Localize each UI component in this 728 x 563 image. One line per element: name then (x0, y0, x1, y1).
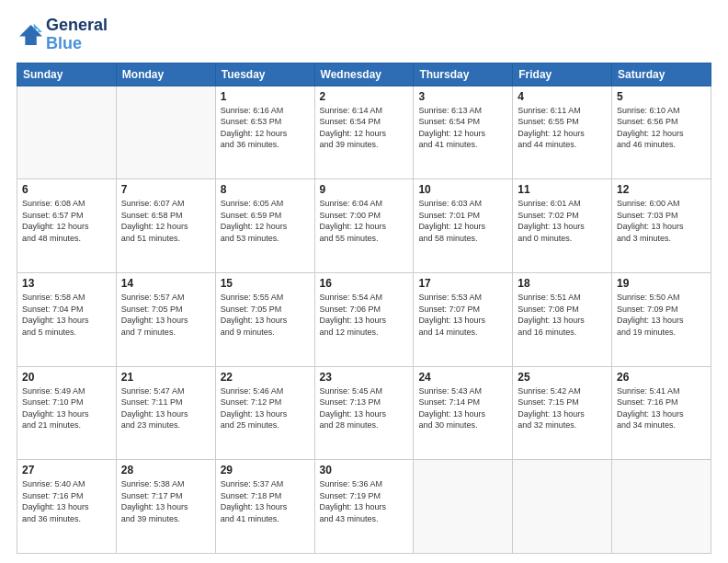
calendar-cell (17, 86, 117, 179)
logo-icon (17, 22, 42, 48)
day-info: Sunrise: 5:55 AM Sunset: 7:05 PM Dayligh… (221, 292, 310, 338)
day-info: Sunrise: 5:57 AM Sunset: 7:05 PM Dayligh… (121, 292, 210, 338)
day-number: 23 (320, 371, 409, 384)
day-number: 13 (22, 277, 111, 290)
day-number: 19 (617, 277, 706, 290)
day-info: Sunrise: 5:51 AM Sunset: 7:08 PM Dayligh… (518, 292, 607, 338)
day-info: Sunrise: 5:37 AM Sunset: 7:18 PM Dayligh… (221, 478, 310, 524)
day-info: Sunrise: 6:08 AM Sunset: 6:57 PM Dayligh… (22, 198, 111, 244)
day-number: 9 (320, 183, 409, 196)
day-info: Sunrise: 6:10 AM Sunset: 6:56 PM Dayligh… (617, 105, 706, 151)
calendar-cell: 9Sunrise: 6:04 AM Sunset: 7:00 PM Daylig… (314, 179, 414, 273)
day-number: 26 (617, 371, 706, 384)
day-info: Sunrise: 5:46 AM Sunset: 7:12 PM Dayligh… (221, 385, 310, 431)
calendar-cell: 26Sunrise: 5:41 AM Sunset: 7:16 PM Dayli… (612, 366, 711, 460)
day-info: Sunrise: 6:14 AM Sunset: 6:54 PM Dayligh… (320, 105, 409, 151)
weekday-header-friday: Friday (513, 63, 612, 86)
day-number: 4 (518, 90, 607, 103)
day-number: 16 (320, 277, 409, 290)
weekday-header-thursday: Thursday (414, 63, 513, 86)
day-info: Sunrise: 5:53 AM Sunset: 7:07 PM Dayligh… (418, 292, 507, 338)
day-info: Sunrise: 6:00 AM Sunset: 7:03 PM Dayligh… (617, 198, 706, 244)
day-info: Sunrise: 6:11 AM Sunset: 6:55 PM Dayligh… (518, 105, 607, 151)
calendar-cell: 6Sunrise: 6:08 AM Sunset: 6:57 PM Daylig… (17, 179, 117, 273)
week-row-2: 6Sunrise: 6:08 AM Sunset: 6:57 PM Daylig… (17, 179, 711, 273)
svg-marker-0 (19, 25, 42, 45)
day-number: 17 (418, 277, 507, 290)
day-info: Sunrise: 5:47 AM Sunset: 7:11 PM Dayligh… (121, 385, 210, 431)
calendar-cell: 21Sunrise: 5:47 AM Sunset: 7:11 PM Dayli… (116, 366, 215, 460)
calendar-cell: 7Sunrise: 6:07 AM Sunset: 6:58 PM Daylig… (116, 179, 215, 273)
calendar-cell: 28Sunrise: 5:38 AM Sunset: 7:17 PM Dayli… (116, 460, 215, 554)
day-info: Sunrise: 5:41 AM Sunset: 7:16 PM Dayligh… (617, 385, 706, 431)
calendar-cell: 24Sunrise: 5:43 AM Sunset: 7:14 PM Dayli… (414, 366, 513, 460)
calendar-cell: 15Sunrise: 5:55 AM Sunset: 7:05 PM Dayli… (215, 272, 314, 366)
day-number: 30 (320, 464, 409, 477)
day-number: 6 (22, 183, 111, 196)
calendar-cell: 13Sunrise: 5:58 AM Sunset: 7:04 PM Dayli… (17, 272, 117, 366)
day-number: 29 (221, 464, 310, 477)
logo: General Blue (17, 17, 108, 53)
calendar-cell: 5Sunrise: 6:10 AM Sunset: 6:56 PM Daylig… (612, 86, 711, 179)
calendar-table: SundayMondayTuesdayWednesdayThursdayFrid… (17, 63, 711, 554)
day-number: 22 (221, 371, 310, 384)
day-info: Sunrise: 5:54 AM Sunset: 7:06 PM Dayligh… (320, 292, 409, 338)
day-info: Sunrise: 6:04 AM Sunset: 7:00 PM Dayligh… (320, 198, 409, 244)
day-number: 18 (518, 277, 607, 290)
weekday-header-sunday: Sunday (17, 63, 117, 86)
day-number: 8 (221, 183, 310, 196)
day-number: 12 (617, 183, 706, 196)
calendar-cell: 12Sunrise: 6:00 AM Sunset: 7:03 PM Dayli… (612, 179, 711, 273)
day-number: 11 (518, 183, 607, 196)
day-info: Sunrise: 6:07 AM Sunset: 6:58 PM Dayligh… (121, 198, 210, 244)
day-info: Sunrise: 6:16 AM Sunset: 6:53 PM Dayligh… (221, 105, 310, 151)
calendar-cell: 8Sunrise: 6:05 AM Sunset: 6:59 PM Daylig… (215, 179, 314, 273)
weekday-header-monday: Monday (116, 63, 215, 86)
calendar-cell: 23Sunrise: 5:45 AM Sunset: 7:13 PM Dayli… (314, 366, 414, 460)
day-number: 21 (121, 371, 210, 384)
calendar-cell: 30Sunrise: 5:36 AM Sunset: 7:19 PM Dayli… (314, 460, 414, 554)
calendar-cell (612, 460, 711, 554)
week-row-4: 20Sunrise: 5:49 AM Sunset: 7:10 PM Dayli… (17, 366, 711, 460)
week-row-5: 27Sunrise: 5:40 AM Sunset: 7:16 PM Dayli… (17, 460, 711, 554)
calendar-cell: 4Sunrise: 6:11 AM Sunset: 6:55 PM Daylig… (513, 86, 612, 179)
weekday-header-row: SundayMondayTuesdayWednesdayThursdayFrid… (17, 63, 711, 86)
week-row-3: 13Sunrise: 5:58 AM Sunset: 7:04 PM Dayli… (17, 272, 711, 366)
day-info: Sunrise: 6:01 AM Sunset: 7:02 PM Dayligh… (518, 198, 607, 244)
day-info: Sunrise: 5:40 AM Sunset: 7:16 PM Dayligh… (22, 478, 111, 524)
day-info: Sunrise: 6:05 AM Sunset: 6:59 PM Dayligh… (221, 198, 310, 244)
calendar-cell: 3Sunrise: 6:13 AM Sunset: 6:54 PM Daylig… (414, 86, 513, 179)
day-info: Sunrise: 6:13 AM Sunset: 6:54 PM Dayligh… (418, 105, 507, 151)
day-number: 24 (418, 371, 507, 384)
calendar-cell (116, 86, 215, 179)
calendar-cell: 22Sunrise: 5:46 AM Sunset: 7:12 PM Dayli… (215, 366, 314, 460)
day-number: 25 (518, 371, 607, 384)
calendar-cell: 20Sunrise: 5:49 AM Sunset: 7:10 PM Dayli… (17, 366, 117, 460)
calendar-cell: 1Sunrise: 6:16 AM Sunset: 6:53 PM Daylig… (215, 86, 314, 179)
weekday-header-wednesday: Wednesday (314, 63, 414, 86)
day-info: Sunrise: 5:45 AM Sunset: 7:13 PM Dayligh… (320, 385, 409, 431)
day-info: Sunrise: 5:49 AM Sunset: 7:10 PM Dayligh… (22, 385, 111, 431)
day-info: Sunrise: 5:50 AM Sunset: 7:09 PM Dayligh… (617, 292, 706, 338)
day-number: 28 (121, 464, 210, 477)
header: General Blue (17, 17, 711, 53)
calendar-cell: 18Sunrise: 5:51 AM Sunset: 7:08 PM Dayli… (513, 272, 612, 366)
calendar-cell: 19Sunrise: 5:50 AM Sunset: 7:09 PM Dayli… (612, 272, 711, 366)
day-number: 7 (121, 183, 210, 196)
calendar-cell (414, 460, 513, 554)
calendar-cell: 10Sunrise: 6:03 AM Sunset: 7:01 PM Dayli… (414, 179, 513, 273)
calendar-cell: 17Sunrise: 5:53 AM Sunset: 7:07 PM Dayli… (414, 272, 513, 366)
page: General Blue SundayMondayTuesdayWednesda… (0, 0, 728, 563)
calendar-cell: 27Sunrise: 5:40 AM Sunset: 7:16 PM Dayli… (17, 460, 117, 554)
calendar-cell: 2Sunrise: 6:14 AM Sunset: 6:54 PM Daylig… (314, 86, 414, 179)
calendar-cell (513, 460, 612, 554)
day-number: 10 (418, 183, 507, 196)
day-number: 14 (121, 277, 210, 290)
calendar-cell: 25Sunrise: 5:42 AM Sunset: 7:15 PM Dayli… (513, 366, 612, 460)
day-number: 1 (221, 90, 310, 103)
day-info: Sunrise: 5:58 AM Sunset: 7:04 PM Dayligh… (22, 292, 111, 338)
calendar-cell: 14Sunrise: 5:57 AM Sunset: 7:05 PM Dayli… (116, 272, 215, 366)
day-info: Sunrise: 5:38 AM Sunset: 7:17 PM Dayligh… (121, 478, 210, 524)
day-info: Sunrise: 5:36 AM Sunset: 7:19 PM Dayligh… (320, 478, 409, 524)
day-number: 15 (221, 277, 310, 290)
